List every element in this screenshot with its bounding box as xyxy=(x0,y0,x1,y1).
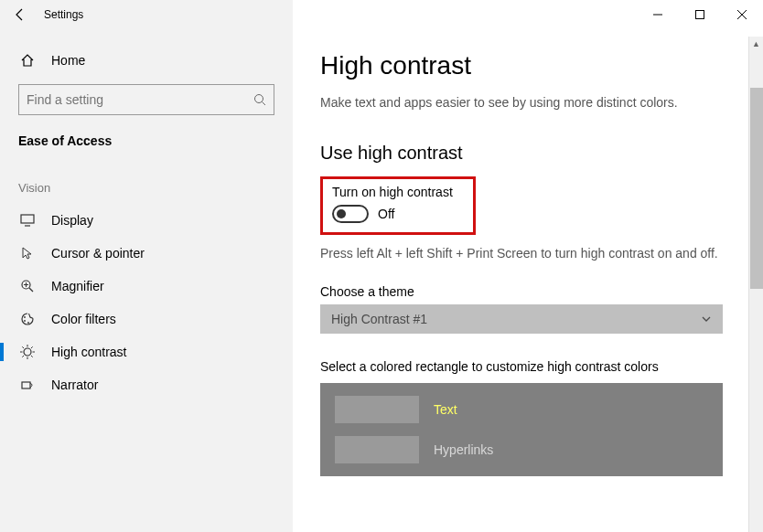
svg-point-4 xyxy=(255,95,263,103)
cursor-icon xyxy=(18,246,37,261)
sidebar-item-cursor[interactable]: Cursor & pointer xyxy=(0,237,293,270)
section-heading: Use high contrast xyxy=(320,143,736,164)
sidebar-section-title: Ease of Access xyxy=(0,128,293,165)
swatch-panel: Text Hyperlinks xyxy=(320,383,723,476)
shortcut-hint: Press left Alt + left Shift + Print Scre… xyxy=(320,246,736,261)
sidebar-home[interactable]: Home xyxy=(0,44,293,77)
sidebar: Home Ease of Access Vision Display Curso… xyxy=(0,0,293,532)
swatch-label: Hyperlinks xyxy=(434,442,493,457)
svg-point-15 xyxy=(24,348,31,356)
sidebar-item-color-filters[interactable]: Color filters xyxy=(0,303,293,335)
display-icon xyxy=(18,214,37,227)
svg-point-12 xyxy=(24,316,26,318)
scroll-up-icon[interactable]: ▲ xyxy=(749,37,763,51)
svg-rect-1 xyxy=(696,11,704,19)
chevron-down-icon xyxy=(701,314,712,325)
narrator-icon xyxy=(18,378,37,392)
svg-point-13 xyxy=(24,320,26,322)
swatch-hyperlinks[interactable] xyxy=(335,436,419,463)
svg-rect-24 xyxy=(22,382,30,388)
toggle-label: Turn on high contrast xyxy=(332,185,464,199)
scroll-thumb[interactable] xyxy=(750,88,763,289)
palette-icon xyxy=(18,312,37,326)
search-input[interactable] xyxy=(27,92,253,107)
close-icon xyxy=(737,10,747,19)
toggle-state: Off xyxy=(378,207,394,221)
swatch-text[interactable] xyxy=(335,396,419,423)
maximize-icon xyxy=(695,10,704,19)
sidebar-item-label: High contrast xyxy=(51,345,126,359)
svg-line-22 xyxy=(22,356,24,357)
main-content: High contrast Make text and apps easier … xyxy=(293,0,763,532)
swatch-label: Text xyxy=(434,402,457,417)
sidebar-item-label: Narrator xyxy=(51,378,98,392)
svg-line-20 xyxy=(22,346,24,348)
highlight-annotation: Turn on high contrast Off xyxy=(320,176,476,235)
page-title: High contrast xyxy=(320,51,736,80)
search-icon xyxy=(253,93,266,106)
svg-line-5 xyxy=(263,102,266,106)
high-contrast-toggle[interactable] xyxy=(332,205,369,223)
home-icon xyxy=(18,53,37,68)
sidebar-item-label: Cursor & pointer xyxy=(51,246,145,261)
page-description: Make text and apps easier to see by usin… xyxy=(320,95,736,110)
theme-dropdown[interactable]: High Contrast #1 xyxy=(320,304,723,334)
swatch-row-text: Text xyxy=(335,396,708,423)
sidebar-group-title: Vision xyxy=(0,165,293,204)
scrollbar[interactable]: ▲ xyxy=(748,37,763,532)
search-box[interactable] xyxy=(18,84,274,115)
sidebar-item-narrator[interactable]: Narrator xyxy=(0,368,293,401)
home-label: Home xyxy=(51,53,85,68)
sidebar-item-high-contrast[interactable]: High contrast xyxy=(0,335,293,368)
maximize-button[interactable] xyxy=(679,0,721,29)
sidebar-item-label: Display xyxy=(51,213,93,228)
toggle-knob xyxy=(337,209,346,218)
window-title: Settings xyxy=(44,8,83,21)
arrow-left-icon xyxy=(14,8,27,21)
close-button[interactable] xyxy=(721,0,763,29)
sidebar-item-label: Color filters xyxy=(51,312,116,326)
svg-line-9 xyxy=(29,288,33,292)
customize-label: Select a colored rectangle to customize … xyxy=(320,359,736,374)
svg-rect-6 xyxy=(21,215,34,223)
contrast-icon xyxy=(18,345,37,359)
minimize-icon xyxy=(653,10,662,19)
svg-point-14 xyxy=(27,322,29,324)
minimize-button[interactable] xyxy=(637,0,679,29)
theme-label: Choose a theme xyxy=(320,284,736,299)
magnifier-icon xyxy=(18,279,37,293)
sidebar-item-display[interactable]: Display xyxy=(0,204,293,237)
theme-value: High Contrast #1 xyxy=(331,312,427,326)
svg-line-23 xyxy=(31,346,33,348)
sidebar-item-label: Magnifier xyxy=(51,279,104,293)
svg-line-21 xyxy=(31,356,33,357)
back-button[interactable] xyxy=(0,0,40,29)
swatch-row-hyperlinks: Hyperlinks xyxy=(335,436,708,463)
sidebar-item-magnifier[interactable]: Magnifier xyxy=(0,270,293,303)
